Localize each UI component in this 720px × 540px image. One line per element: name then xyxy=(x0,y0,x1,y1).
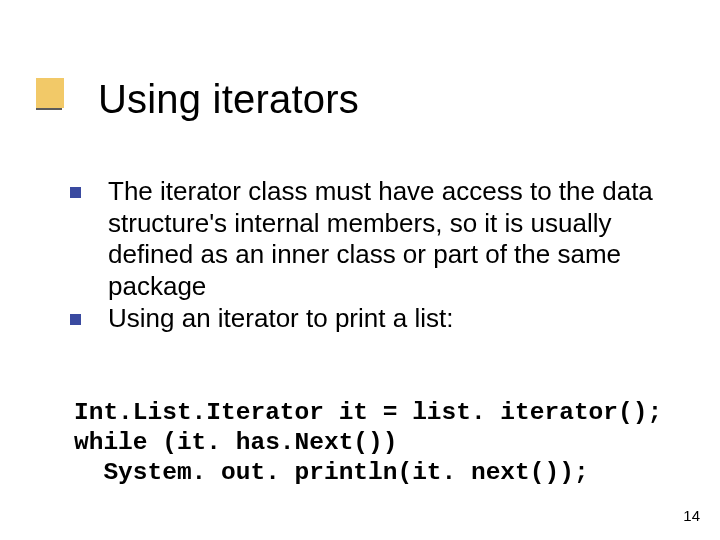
bullet-text: Using an iterator to print a list: xyxy=(108,303,453,333)
square-bullet-icon xyxy=(70,187,81,198)
bullet-item: The iterator class must have access to t… xyxy=(70,176,670,303)
slide-number: 14 xyxy=(683,507,700,524)
code-line: System. out. println(it. next()); xyxy=(74,459,589,486)
body-text: The iterator class must have access to t… xyxy=(70,176,670,335)
slide: Using iterators The iterator class must … xyxy=(0,0,720,540)
title-accent-box xyxy=(36,78,64,108)
code-line: Int.List.Iterator it = list. iterator(); xyxy=(74,399,662,426)
bullet-item: Using an iterator to print a list: xyxy=(70,303,670,335)
slide-title: Using iterators xyxy=(98,77,359,122)
square-bullet-icon xyxy=(70,314,81,325)
code-line: while (it. has.Next()) xyxy=(74,429,397,456)
title-accent-underline xyxy=(36,108,62,110)
bullet-text: The iterator class must have access to t… xyxy=(108,176,653,301)
code-block: Int.List.Iterator it = list. iterator();… xyxy=(74,398,674,488)
